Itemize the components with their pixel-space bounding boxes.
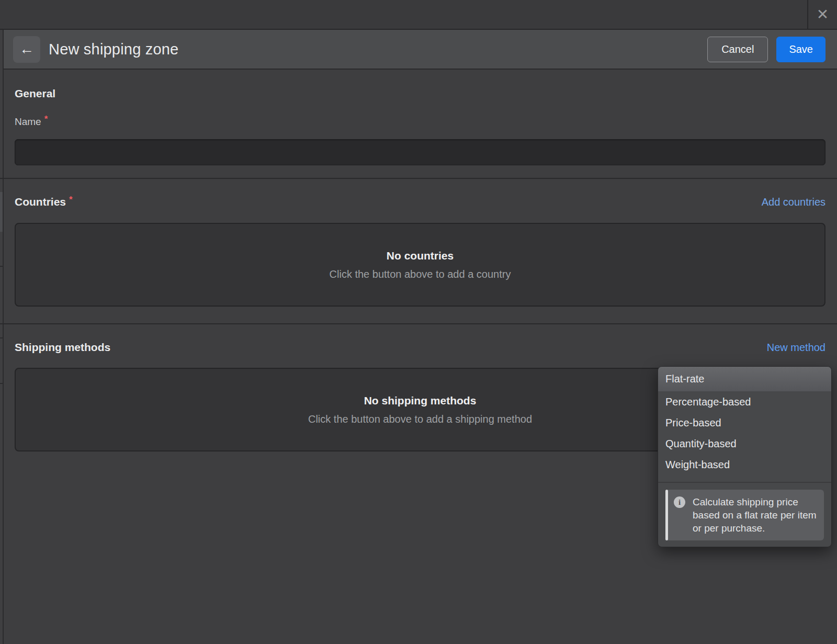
section-general: General Name* xyxy=(0,70,837,165)
countries-empty-state: No countries Click the button above to a… xyxy=(15,223,825,307)
method-info-box: i Calculate shipping price based on a fl… xyxy=(665,490,824,540)
dropdown-item-flat-rate[interactable]: Flat-rate xyxy=(658,367,831,391)
name-label: Name xyxy=(15,116,41,127)
dropdown-item-weight-based[interactable]: Weight-based xyxy=(658,454,831,475)
countries-empty-title: No countries xyxy=(387,250,454,262)
method-type-dropdown: Flat-ratePercentage-basedPrice-basedQuan… xyxy=(658,366,832,547)
dropdown-item-price-based[interactable]: Price-based xyxy=(658,412,831,433)
shipping-methods-empty-title: No shipping methods xyxy=(364,394,477,407)
method-info-text: Calculate shipping price based on a flat… xyxy=(693,496,817,534)
save-button[interactable]: Save xyxy=(776,37,825,62)
required-asterisk: * xyxy=(69,195,73,205)
countries-heading-text: Countries xyxy=(15,196,66,208)
add-countries-link[interactable]: Add countries xyxy=(762,196,825,208)
close-icon: ✕ xyxy=(817,7,829,22)
countries-heading: Countries* xyxy=(15,195,73,208)
dropdown-divider xyxy=(658,482,831,483)
back-button[interactable]: ← xyxy=(13,36,40,63)
dropdown-item-quantity-based[interactable]: Quantity-based xyxy=(658,433,831,454)
dropdown-item-percentage-based[interactable]: Percentage-based xyxy=(658,391,831,412)
general-heading: General xyxy=(15,87,825,100)
cancel-button[interactable]: Cancel xyxy=(707,37,768,62)
shipping-methods-empty-subtitle: Click the button above to add a shipping… xyxy=(308,413,532,425)
name-label-row: Name* xyxy=(15,114,825,128)
window-top-bar: ✕ xyxy=(0,0,837,30)
new-method-link[interactable]: New method xyxy=(767,342,825,354)
modal-header: ← New shipping zone Cancel Save xyxy=(0,30,837,70)
info-icon: i xyxy=(674,496,685,508)
back-arrow-icon: ← xyxy=(19,42,34,57)
required-asterisk: * xyxy=(44,114,48,124)
method-type-list: Flat-ratePercentage-basedPrice-basedQuan… xyxy=(658,367,831,475)
page-title: New shipping zone xyxy=(49,41,178,58)
countries-empty-subtitle: Click the button above to add a country xyxy=(330,268,511,280)
close-button[interactable]: ✕ xyxy=(807,0,837,29)
section-countries: Countries* Add countries No countries Cl… xyxy=(0,179,837,307)
general-heading-text: General xyxy=(15,87,55,99)
shipping-methods-heading: Shipping methods xyxy=(15,341,110,354)
name-input[interactable] xyxy=(15,139,825,165)
